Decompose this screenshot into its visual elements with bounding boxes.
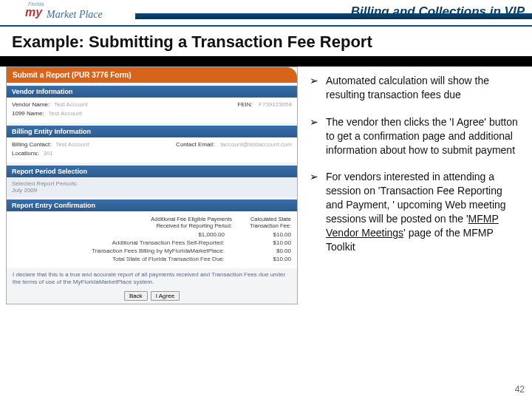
form-screenshot: Submit a Report (PUR 3776 Form) Vendor I… [6,66,298,304]
logo-my: my [25,6,42,19]
logo-marketplace: Market Place [47,9,103,21]
period-section-bar: Report Period Selection [7,166,297,177]
contact-email-value: taccount@testaccount.com [220,141,292,148]
logo: Florida my Market Place [6,1,135,24]
conf-row4-val: $10.00 [247,256,291,262]
conf-header-2: Calculated State Transaction Fee: [239,216,291,229]
bullet-item: ➢ The vendor then clicks the 'I Agree' b… [310,115,522,157]
conf-row3-val: $0.00 [247,248,291,254]
conf-row2-label: Additional Transaction Fees Self-Reporte… [13,239,225,246]
bullet-text-2: The vendor then clicks the 'I Agree' but… [326,115,522,157]
locations-label: Locations: [12,150,38,157]
period-section-body: Selected Report Periods: July 2009 [7,177,297,197]
header-title: Billing and Collections in VIP [351,4,525,19]
conf-section-body: Additional Fee Eligible Payments Receive… [7,211,297,268]
bullet-list: ➢ Automated calculation will show the re… [298,66,532,304]
conf-header-1: Additional Fee Eligible Payments Receive… [13,216,232,229]
bullet-text-3: For vendors interested in attending a se… [326,170,522,253]
page-title: Example: Submitting a Transaction Fee Re… [0,27,532,56]
fein-value: F739123654 [259,101,292,108]
arrow-icon: ➢ [310,74,326,102]
conf-row1-val1: $1,000.00 [13,231,225,238]
i-agree-button[interactable]: I Agree [151,291,180,301]
locations-value: 301 [43,150,52,157]
arrow-icon: ➢ [310,170,326,253]
vendor-name-value: Test Account [54,101,87,108]
vendor-name-label: Vendor Name: [12,101,50,108]
conf-section-bar: Report Entry Confirmation [7,200,297,211]
bullet-item: ➢ For vendors interested in attending a … [310,170,522,253]
declare-text: I declare that this is a true and accura… [7,268,297,291]
billing-contact-label: Billing Contact: [12,141,51,148]
period-label: Selected Report Periods: [12,180,292,187]
conf-row4-label: Total State of Florida Transaction Fee D… [13,256,225,262]
page-number: 42 [515,384,525,395]
period-value: July 2009 [12,187,292,194]
billing-contact-value: Test Account [55,141,89,148]
logo-state: Florida [28,1,135,7]
mfmp-vendor-meetings-link[interactable]: MFMP Vendor Meetings [326,213,499,239]
ten99-value: Test Account [49,110,82,117]
billing-section-bar: Billing Entity Information [7,126,297,137]
bullet-item: ➢ Automated calculation will show the re… [310,74,522,102]
title-band [0,56,532,66]
fein-label: FEIN: [237,101,252,108]
billing-section-body: Billing Contact:Test Account Contact Ema… [7,137,297,163]
conf-row3-label: Transaction Fees Billing by MyFloridaMar… [13,248,225,254]
back-button[interactable]: Back [124,291,148,301]
form-header: Submit a Report (PUR 3776 Form) [7,67,297,83]
conf-row2-val: $10.00 [247,239,291,246]
vendor-section-body: Vendor Name:Test Account FEIN: F73912365… [7,98,297,123]
vendor-section-bar: Vendor Information [7,86,297,98]
conf-row1-val2: $10.00 [247,231,291,238]
arrow-icon: ➢ [310,115,326,157]
ten99-label: 1099 Name: [12,110,44,117]
contact-email-label: Contact Email: [176,141,214,148]
bullet-text-1: Automated calculation will show the resu… [326,74,522,102]
